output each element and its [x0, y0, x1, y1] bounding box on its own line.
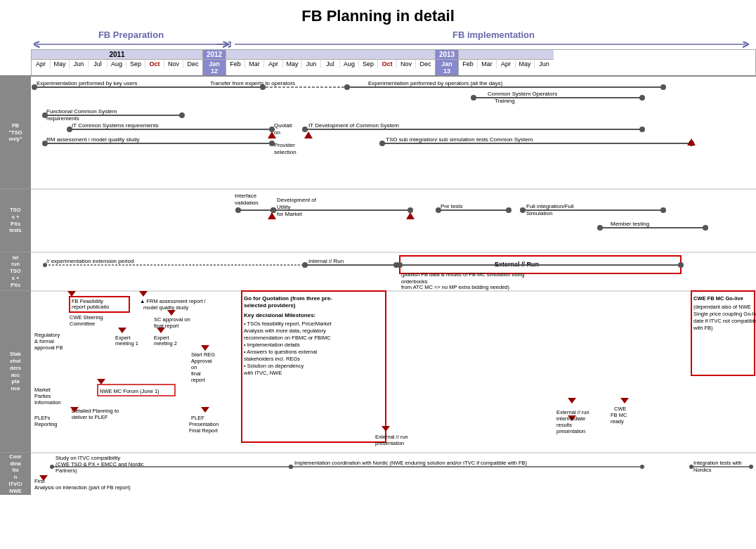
- svg-marker-75: [406, 212, 415, 219]
- svg-text:Analysis on interaction (part : Analysis on interaction (part of FB repo…: [34, 484, 131, 491]
- svg-text:• Implementation details: • Implementation details: [244, 342, 300, 348]
- svg-text:presentation: presentation: [375, 440, 404, 446]
- svg-text:Member testing: Member testing: [611, 221, 649, 227]
- svg-text:model quality study: model quality study: [143, 304, 188, 311]
- month-dec-2011: Dec: [183, 60, 202, 68]
- svg-text:(CWE TSO & PX + EMCC and Nordi: (CWE TSO & PX + EMCC and Nordic: [56, 461, 144, 467]
- svg-text:for Market: for Market: [277, 211, 303, 217]
- month-may-2012: May: [283, 60, 302, 68]
- svg-text:Quotati: Quotati: [274, 122, 292, 129]
- svg-text:CWE Steering: CWE Steering: [70, 314, 103, 321]
- month-aug-2011: Aug: [107, 60, 126, 68]
- svg-point-24: [179, 112, 185, 118]
- svg-text:Parties: Parties: [34, 393, 51, 399]
- svg-marker-125: [382, 426, 390, 432]
- svg-text:PLEFs: PLEFs: [34, 415, 51, 421]
- svg-marker-101: [167, 310, 176, 316]
- month-sep-2011: Sep: [126, 60, 145, 68]
- svg-text:Regulatory: Regulatory: [34, 332, 60, 338]
- month-jun-2013: Jun: [535, 60, 554, 68]
- month-may-2013: May: [516, 60, 535, 68]
- svg-marker-49: [687, 138, 696, 146]
- month-feb-2013: Feb: [459, 60, 478, 68]
- svg-marker-74: [268, 212, 276, 219]
- svg-text:Single price coupling Go-live: Single price coupling Go-live: [693, 311, 756, 317]
- section-label-tso-px: TSOs +PXstests: [0, 189, 31, 252]
- svg-text:on: on: [191, 364, 197, 370]
- svg-text:Reporting: Reporting: [34, 421, 58, 427]
- svg-point-14: [344, 84, 350, 90]
- svg-text:intermediate: intermediate: [556, 415, 585, 422]
- svg-text:Market: Market: [34, 387, 51, 393]
- svg-point-177: [640, 465, 644, 469]
- svg-point-71: [597, 225, 603, 231]
- svg-text:Final Report: Final Report: [189, 427, 219, 434]
- svg-text:External // run: External // run: [375, 434, 408, 440]
- month-jun-2012: Jun: [302, 60, 321, 68]
- svg-text:▲ FRM assessment report /: ▲ FRM assessment report /: [140, 298, 207, 304]
- svg-text:& formal: & formal: [34, 338, 54, 344]
- month-oct-2011: Oct: [145, 60, 164, 68]
- svg-text:Interface: Interface: [235, 193, 257, 199]
- svg-text:PLEF: PLEF: [191, 415, 204, 421]
- svg-point-72: [703, 225, 708, 231]
- svg-text:Utility: Utility: [277, 204, 291, 210]
- year-2012: 2012: [203, 50, 226, 60]
- svg-text:on: on: [274, 129, 280, 136]
- month-apr-2011: Apr: [32, 60, 51, 68]
- svg-text:CWE FB MC Go-live: CWE FB MC Go-live: [693, 295, 743, 302]
- svg-point-166: [50, 465, 54, 469]
- svg-marker-48: [304, 131, 313, 138]
- month-feb-2012: Feb: [226, 60, 245, 68]
- svg-text:date if ITVC not compatible: date if ITVC not compatible: [693, 318, 756, 324]
- svg-text:selection: selection: [274, 149, 296, 155]
- svg-marker-140: [620, 398, 629, 403]
- svg-point-181: [749, 465, 753, 469]
- svg-text:// experimentation extension p: // experimentation extension period: [46, 258, 134, 264]
- svg-point-88: [678, 262, 684, 268]
- svg-point-57: [408, 207, 413, 213]
- svg-text:Nordics: Nordics: [693, 467, 712, 473]
- month-jan-2013: Jan13: [436, 60, 458, 75]
- svg-marker-98: [139, 291, 148, 297]
- page-title: FB Planning in detail: [0, 0, 756, 30]
- svg-text:Simulation: Simulation: [526, 210, 552, 217]
- year-2012-rest: [226, 50, 435, 60]
- svg-point-87: [397, 262, 403, 268]
- svg-text:ready: ready: [611, 418, 624, 425]
- svg-text:Full integration/Full: Full integration/Full: [526, 203, 574, 209]
- svg-text:results: results: [556, 422, 572, 428]
- svg-marker-107: [157, 328, 165, 333]
- svg-text:CWE: CWE: [614, 406, 627, 412]
- month-mar-2013: Mar: [478, 60, 497, 68]
- month-sep-2012: Sep: [359, 60, 378, 68]
- svg-text:Integration tests with: Integration tests with: [693, 460, 742, 466]
- svg-text:presentation: presentation: [556, 428, 585, 434]
- svg-text:FB MC: FB MC: [611, 412, 627, 418]
- svg-text:Common System Operators: Common System Operators: [488, 91, 557, 97]
- svg-text:with FB): with FB): [693, 325, 713, 331]
- svg-point-18: [471, 95, 476, 101]
- month-dec-2012: Dec: [416, 60, 435, 68]
- svg-text:IT Common Systems requirements: IT Common Systems requirements: [72, 122, 158, 129]
- svg-text:Presentation: Presentation: [189, 421, 219, 427]
- svg-text:Development of: Development of: [277, 197, 317, 203]
- svg-text:final: final: [191, 370, 201, 377]
- month-jan-2012: Jan12: [203, 60, 226, 75]
- month-may-2011: May: [51, 60, 70, 68]
- svg-point-56: [271, 207, 276, 213]
- svg-text:Study on ITVC compatibility: Study on ITVC compatibility: [56, 455, 120, 461]
- svg-text:Approval: Approval: [191, 358, 212, 364]
- year-2013: 2013: [436, 50, 458, 60]
- month-nov-2011: Nov: [164, 60, 183, 68]
- section-label-fb-tso: FB"TSOonly": [0, 77, 31, 189]
- prep-arrow: [31, 40, 231, 49]
- svg-text:from ATC MC => no MP extra bid: from ATC MC => no MP extra bidding neede…: [401, 284, 509, 290]
- year-2011: 2011: [32, 50, 202, 60]
- svg-text:Experimentation performed by o: Experimentation performed by operators (…: [368, 80, 503, 86]
- svg-text:meeting 2: meeting 2: [154, 340, 177, 347]
- section-label-coord: CoordinationITVC/NWE: [0, 453, 31, 495]
- svg-point-53: [235, 207, 241, 213]
- svg-point-67: [660, 207, 666, 213]
- svg-marker-150: [568, 398, 576, 403]
